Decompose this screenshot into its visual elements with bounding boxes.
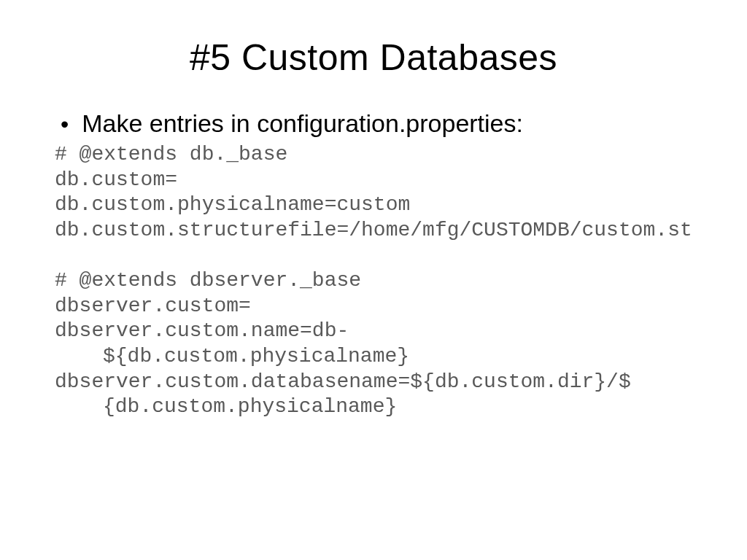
bullet-text: Make entries in configuration.properties… bbox=[82, 109, 523, 138]
bullet-item: • Make entries in configuration.properti… bbox=[55, 109, 692, 138]
slide-title: #5 Custom Databases bbox=[55, 36, 692, 79]
code-line-8b: {db.custom.physicalname} bbox=[55, 394, 692, 420]
code-line-3: db.custom.physicalname=custom bbox=[55, 192, 692, 218]
code-line-7a: dbserver.custom.name=db- bbox=[55, 319, 692, 344]
code-line-6: dbserver.custom= bbox=[55, 294, 692, 319]
code-line-1: # @extends db._base bbox=[55, 142, 692, 168]
code-line-2: db.custom= bbox=[55, 168, 692, 193]
code-line-4: db.custom.structurefile=/home/mfg/CUSTOM… bbox=[55, 218, 692, 244]
bullet-mark-icon: • bbox=[61, 112, 69, 136]
code-line-5: # @extends dbserver._base bbox=[55, 268, 692, 294]
code-line-7b: ${db.custom.physicalname} bbox=[55, 344, 692, 370]
code-line-8a: dbserver.custom.databasename=${db.custom… bbox=[55, 370, 692, 395]
